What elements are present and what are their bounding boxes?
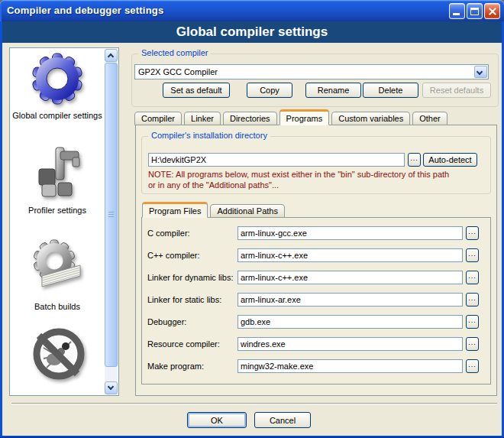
installation-directory-browse-button[interactable]: ... — [408, 153, 421, 167]
note-line-1: NOTE: All programs below, must exist eit… — [148, 170, 449, 179]
compiler-settings-dialog: Compiler and debugger settings Global co… — [0, 0, 504, 438]
installation-directory-legend: Compiler's installation directory — [148, 131, 270, 140]
tab-programs[interactable]: Programs — [279, 109, 330, 125]
reset-defaults-button[interactable]: Reset defaults — [422, 83, 491, 98]
debugger-input[interactable] — [237, 315, 463, 329]
linker-dynamic-input[interactable] — [237, 271, 463, 284]
compiler-combobox-value: GP2X GCC Compiler — [138, 67, 218, 76]
installation-directory-input[interactable] — [148, 153, 405, 167]
copy-button[interactable]: Copy — [247, 83, 292, 98]
selected-compiler-legend: Selected compiler — [138, 48, 211, 57]
linker-static-label: Linker for static libs: — [147, 295, 221, 304]
cpp-compiler-label: C++ compiler: — [147, 251, 199, 260]
sidebar-scrollbar[interactable] — [105, 49, 118, 394]
c-compiler-input[interactable] — [237, 226, 463, 240]
linker-dynamic-browse-button[interactable]: ... — [466, 271, 479, 284]
resource-compiler-input[interactable] — [237, 337, 463, 351]
note-line-2: or in any of the "Additional paths"... — [148, 180, 279, 190]
tab-directories[interactable]: Directories — [223, 112, 277, 125]
caliper-icon[interactable] — [30, 144, 85, 201]
scrollbar-thumb[interactable] — [105, 63, 118, 367]
scroll-down-icon[interactable] — [105, 381, 118, 394]
set-as-default-button[interactable]: Set as default — [163, 83, 230, 98]
no-bug-icon[interactable] — [30, 325, 88, 384]
resource-compiler-browse-button[interactable]: ... — [466, 337, 479, 351]
window-title: Compiler and debugger settings — [7, 5, 163, 16]
c-compiler-label: C compiler: — [147, 229, 190, 238]
main-tabstrip: Compiler Linker Directories Programs Cus… — [134, 112, 450, 125]
dialog-body: Global compiler settings Profile — [2, 43, 502, 436]
c-compiler-browse-button[interactable]: ... — [466, 226, 479, 240]
linker-static-browse-button[interactable]: ... — [466, 293, 479, 307]
make-program-browse-button[interactable]: ... — [466, 359, 479, 373]
titlebar[interactable]: Compiler and debugger settings — [0, 0, 504, 21]
sidebar-item-batch-builds[interactable]: Batch builds — [10, 302, 105, 311]
tab-linker[interactable]: Linker — [184, 112, 221, 125]
linker-dynamic-label: Linker for dynamic libs: — [147, 273, 234, 282]
settings-category-list[interactable]: Global compiler settings Profile — [9, 47, 119, 396]
sidebar-item-global-compiler-settings[interactable]: Global compiler settings — [10, 111, 105, 120]
tab-additional-paths[interactable]: Additional Paths — [210, 204, 285, 218]
blue-gear-icon[interactable] — [30, 51, 85, 108]
debugger-browse-button[interactable]: ... — [466, 315, 479, 329]
resource-compiler-label: Resource compiler: — [147, 339, 220, 349]
maximize-icon[interactable] — [467, 3, 483, 19]
scroll-up-icon[interactable] — [105, 49, 118, 62]
selected-compiler-group: Selected compiler — [131, 54, 499, 107]
ok-button[interactable]: OK — [187, 412, 247, 428]
close-icon[interactable] — [484, 3, 500, 19]
sidebar-item-profiler-settings[interactable]: Profiler settings — [10, 206, 105, 215]
page-title: Global compiler settings — [2, 21, 502, 43]
footer-separator — [11, 403, 497, 404]
debugger-label: Debugger: — [147, 317, 186, 326]
cpp-compiler-browse-button[interactable]: ... — [466, 248, 479, 262]
minimize-icon[interactable] — [449, 3, 465, 19]
make-program-label: Make program: — [147, 362, 204, 371]
tab-custom-variables[interactable]: Custom variables — [331, 112, 410, 125]
linker-static-input[interactable] — [237, 293, 463, 307]
make-program-input[interactable] — [237, 359, 463, 373]
programs-inner-tabstrip: Program Files Additional Paths — [142, 204, 287, 218]
tab-other[interactable]: Other — [412, 112, 447, 125]
rename-button[interactable]: Rename — [305, 83, 361, 98]
auto-detect-button[interactable]: Auto-detect — [423, 153, 477, 167]
delete-button[interactable]: Delete — [363, 83, 418, 98]
tab-compiler[interactable]: Compiler — [134, 112, 182, 125]
cpp-compiler-input[interactable] — [237, 248, 463, 262]
cancel-button[interactable]: Cancel — [254, 412, 311, 428]
combo-dropdown-icon[interactable] — [474, 66, 487, 78]
compiler-combobox[interactable]: GP2X GCC Compiler — [134, 64, 489, 79]
tab-program-files[interactable]: Program Files — [142, 202, 208, 218]
gray-gear-stack-icon[interactable] — [30, 238, 85, 294]
